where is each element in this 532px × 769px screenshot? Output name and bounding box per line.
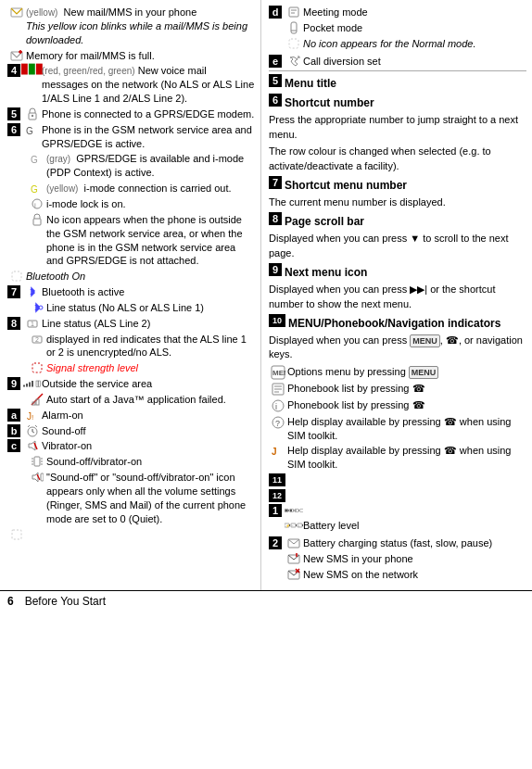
item-number: a bbox=[7, 409, 20, 422]
section-title: Menu title bbox=[285, 77, 336, 90]
svg-rect-23 bbox=[36, 381, 38, 387]
help-display-icon: ? bbox=[269, 415, 287, 430]
list-item: 6 G Phone is in the GSM network service … bbox=[7, 123, 255, 151]
svg-marker-44 bbox=[32, 473, 38, 482]
list-item: No icon appears when the phone is outsid… bbox=[7, 213, 255, 268]
section-heading-row: 8 Page scroll bar bbox=[269, 212, 526, 230]
battery-level-icons bbox=[285, 504, 303, 517]
svg-rect-68 bbox=[285, 510, 287, 511]
vibrator-icon bbox=[28, 455, 46, 468]
section-title: Page scroll bar bbox=[285, 215, 364, 228]
svg-text:G: G bbox=[31, 184, 38, 195]
list-item: MENU Options menu by pressing MENU bbox=[269, 365, 526, 380]
menu-key-icon: MENU bbox=[410, 334, 440, 348]
alarm-icon bbox=[23, 424, 42, 437]
svg-text:G: G bbox=[31, 155, 38, 165]
list-item: c Vibrator-on bbox=[7, 439, 255, 453]
new-sms-network-icon bbox=[285, 552, 303, 565]
phonebook-icon-inline: ☎ bbox=[446, 334, 459, 346]
sim-memory-full-icon bbox=[285, 568, 303, 581]
svg-rect-19 bbox=[23, 385, 25, 387]
section-body: Displayed when you can press ▼ to scroll… bbox=[269, 232, 526, 260]
svg-text:1: 1 bbox=[31, 321, 34, 327]
signal-icons bbox=[23, 377, 42, 390]
list-item: "Sound-off" or "sound-off/vibrator-on" i… bbox=[7, 471, 255, 525]
item-number: 9 bbox=[269, 263, 282, 276]
svg-text:!: ! bbox=[32, 413, 33, 422]
list-item: G (gray) GPRS/EDGE is available and i-mo… bbox=[7, 152, 255, 180]
item-number: 10 bbox=[269, 314, 285, 327]
svg-rect-37 bbox=[34, 457, 40, 466]
svg-rect-81 bbox=[296, 524, 297, 526]
list-item: 9 Outside the service area bbox=[7, 377, 255, 391]
section-heading-row: 7 Shortcut menu number bbox=[269, 176, 526, 194]
svg-rect-46 bbox=[41, 473, 44, 481]
item-number: 5 bbox=[7, 107, 20, 120]
section-heading-row: 5 Menu title bbox=[269, 74, 526, 92]
svg-text:G: G bbox=[26, 126, 33, 136]
phonebook-list-icon bbox=[269, 382, 287, 397]
section-title: Shortcut number bbox=[285, 96, 374, 109]
sub-list-item bbox=[285, 504, 526, 517]
voicemail-icons: ▉ ▉ ▉ bbox=[23, 64, 42, 74]
list-item: Auto start of a Java™ application failed… bbox=[7, 393, 255, 407]
item-number: 2 bbox=[269, 536, 282, 549]
svg-line-33 bbox=[28, 425, 30, 427]
list-item: 8 1 Line status (ALS Line 2) bbox=[7, 317, 255, 331]
item-number: 9 bbox=[7, 377, 20, 390]
item-number: 6 bbox=[7, 123, 20, 136]
list-item: 4 ▉ ▉ ▉ (red, green/red, green) New voic… bbox=[7, 64, 255, 106]
entry-text: New mail/MMS in your phone bbox=[64, 6, 197, 18]
svg-rect-71 bbox=[290, 510, 292, 511]
svg-point-13 bbox=[39, 306, 43, 309]
item-number: 6 bbox=[269, 94, 282, 107]
svg-point-61 bbox=[272, 400, 284, 411]
als-red-icon bbox=[28, 361, 46, 374]
svg-point-5 bbox=[32, 115, 33, 117]
section-heading-row: 12 bbox=[269, 489, 526, 502]
battery-charging-icons: ⚡ ~ ○ bbox=[285, 519, 303, 532]
section-title: MENU/Phonebook/Navigation indicators bbox=[288, 317, 500, 330]
sub-list-item: Pocket mode bbox=[285, 21, 526, 35]
item-number: b bbox=[7, 424, 20, 437]
sub-list-item: No icon appears for the Normal mode. bbox=[285, 37, 526, 51]
gray-icon: G bbox=[28, 152, 46, 165]
list-item: b Sound-off bbox=[7, 424, 255, 438]
list-item: 2 Battery charging status (fast, slow, p… bbox=[269, 536, 526, 584]
svg-rect-20 bbox=[26, 384, 28, 387]
sound-off-icon bbox=[23, 439, 42, 452]
section-heading-row: 11 bbox=[269, 473, 526, 486]
list-item: i Phonebook list by pressing ☎ bbox=[269, 398, 526, 413]
page-number: 6 bbox=[7, 595, 14, 608]
svg-rect-27 bbox=[36, 399, 39, 405]
list-item: 5 Phone is connected to a GPRS/EDGE mode… bbox=[7, 107, 255, 121]
item-number: 12 bbox=[269, 489, 285, 502]
svg-rect-12 bbox=[12, 271, 21, 281]
svg-rect-75 bbox=[300, 509, 303, 511]
list-item: Signal strength level bbox=[7, 361, 255, 375]
section-body: The current menu number is displayed. bbox=[269, 195, 526, 209]
left-column: (yellow) New mail/MMS in your phone This… bbox=[0, 0, 261, 590]
svg-text:i: i bbox=[34, 201, 36, 209]
gprs-icon: G bbox=[23, 123, 42, 136]
footer: 6 Before You Start bbox=[0, 590, 532, 611]
section-title: Next menu icon bbox=[285, 266, 367, 279]
normal-mode-placeholder-icon bbox=[285, 37, 303, 50]
svg-rect-22 bbox=[32, 381, 33, 387]
item-number: 11 bbox=[269, 473, 285, 486]
list-item: Line status (No ALS or ALS Line 1) bbox=[7, 301, 255, 315]
page-layout: (yellow) New mail/MMS in your phone This… bbox=[0, 0, 532, 590]
item-number: d bbox=[269, 6, 282, 19]
section-body: The row colour is changed when selected … bbox=[269, 145, 526, 173]
list-item: 7 Bluetooth is active bbox=[7, 285, 255, 299]
right-column: d Meeting mode Pocket mode bbox=[261, 0, 532, 590]
item-number: 1 bbox=[269, 504, 282, 517]
wtls-icon bbox=[23, 107, 42, 120]
svg-text:○: ○ bbox=[298, 524, 300, 528]
item-number: 5 bbox=[269, 74, 282, 87]
imode-carried-icon: i bbox=[28, 197, 46, 210]
menu-key-icon: MENU bbox=[409, 366, 439, 379]
list-item: a J! Alarm-on bbox=[7, 409, 255, 422]
list-item bbox=[7, 528, 255, 541]
yellow-gprs-icon: G bbox=[28, 182, 46, 195]
